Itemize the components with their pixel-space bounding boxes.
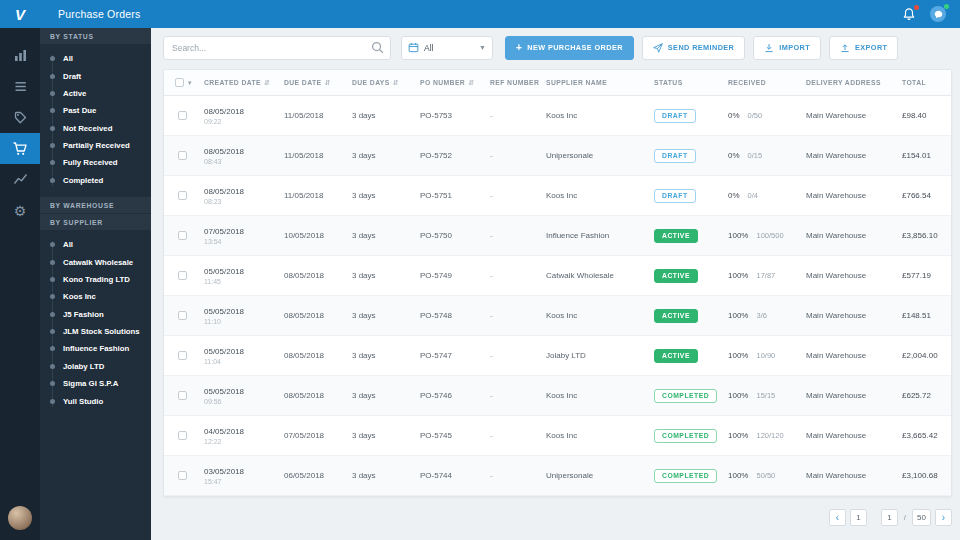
page-1-button[interactable]: 1 [850,509,867,526]
cell-total: £625.72 [902,391,951,400]
cell-supplier-name: Jolaby LTD [546,351,654,360]
row-checkbox[interactable] [178,431,187,440]
cell-total: £98.40 [902,111,951,120]
cell-po-number[interactable]: PO-5747 [420,351,490,360]
send-reminder-button[interactable]: SEND REMINDER [642,36,745,60]
table-row[interactable]: 08/05/2018 08:43 11/05/2018 3 days PO-57… [164,136,951,176]
prev-page-button[interactable]: ‹ [829,509,846,526]
supplier-filter-item[interactable]: Influence Fashion [40,340,151,357]
cell-ref-number: - [490,111,546,120]
cell-po-number[interactable]: PO-5753 [420,111,490,120]
supplier-filter-item[interactable]: Sigma GI S.P.A [40,375,151,392]
supplier-filter-item[interactable]: JLM Stock Solutions [40,323,151,340]
notification-bell-icon[interactable] [902,7,916,21]
table-row[interactable]: 05/05/2018 11:04 08/05/2018 3 days PO-57… [164,336,951,376]
cell-po-number[interactable]: PO-5748 [420,311,490,320]
status-filter-item[interactable]: Fully Received [40,154,151,171]
download-icon [764,43,774,53]
row-checkbox[interactable] [178,191,187,200]
supplier-filter-item[interactable]: Koos Inc [40,288,151,305]
table-row[interactable]: 05/05/2018 09:56 08/05/2018 3 days PO-57… [164,376,951,416]
select-all-checkbox[interactable] [175,78,184,87]
cell-po-number[interactable]: PO-5751 [420,191,490,200]
column-header-due-date[interactable]: DUE DATE⇵ [284,79,352,87]
export-button[interactable]: EXPORT [829,36,898,60]
bar-chart-icon[interactable] [0,40,40,71]
cell-due-days: 3 days [352,351,420,360]
status-filter-item[interactable]: Not Received [40,120,151,137]
row-checkbox[interactable] [178,111,187,120]
status-filter-item[interactable]: Draft [40,67,151,84]
cell-po-number[interactable]: PO-5750 [420,231,490,240]
search-input[interactable] [163,36,391,60]
import-button[interactable]: IMPORT [753,36,821,60]
status-filter-item[interactable]: Past Due [40,102,151,119]
tag-icon[interactable] [0,102,40,133]
cell-po-number[interactable]: PO-5745 [420,431,490,440]
cell-received: 100%100/500 [728,231,806,240]
filter-header-by-warehouse[interactable]: BY WAREHOUSE [40,197,151,213]
sort-icon[interactable]: ⇵ [264,79,270,87]
trend-icon[interactable] [0,164,40,195]
cell-created-date: 08/05/2018 08:23 [204,187,284,205]
import-label: IMPORT [779,43,810,52]
table-row[interactable]: 05/05/2018 11:10 08/05/2018 3 days PO-57… [164,296,951,336]
new-purchase-order-button[interactable]: + NEW PURCHASE ORDER [505,36,634,60]
cell-due-days: 3 days [352,191,420,200]
supplier-filter-item[interactable]: Yull Studio [40,392,151,409]
filter-header-by-status[interactable]: BY STATUS [40,28,151,44]
supplier-filter-item[interactable]: All [40,236,151,253]
supplier-filter-item[interactable]: Catwalk Wholesale [40,253,151,270]
column-header-due-days[interactable]: DUE DAYS⇵ [352,79,420,87]
cell-total: £148.51 [902,311,951,320]
next-page-button[interactable]: › [935,509,952,526]
status-filter-item[interactable]: Active [40,85,151,102]
row-checkbox[interactable] [178,391,187,400]
cell-po-number[interactable]: PO-5752 [420,151,490,160]
table-row[interactable]: 03/05/2018 15:47 06/05/2018 3 days PO-57… [164,456,951,496]
status-badge: COMPLETED [654,429,717,443]
sort-icon[interactable]: ⇵ [393,79,399,87]
user-avatar[interactable] [8,506,32,530]
cart-icon[interactable] [0,133,40,164]
filter-header-by-supplier[interactable]: BY SUPPLIER [40,214,151,230]
cell-ref-number: - [490,151,546,160]
row-checkbox[interactable] [178,471,187,480]
cell-po-number[interactable]: PO-5746 [420,391,490,400]
cell-ref-number: - [490,431,546,440]
supplier-filter-item[interactable]: Kono Trading LTD [40,271,151,288]
cell-delivery-address: Main Warehouse [806,151,902,160]
bulk-select-caret-icon[interactable]: ▼ [187,80,193,86]
table-row[interactable]: 05/05/2018 11:45 08/05/2018 3 days PO-57… [164,256,951,296]
cell-po-number[interactable]: PO-5744 [420,471,490,480]
veeqo-logo[interactable]: V [0,0,40,28]
row-checkbox[interactable] [178,151,187,160]
list-icon[interactable] [0,71,40,102]
cell-due-days: 3 days [352,391,420,400]
help-chat-icon[interactable] [930,6,946,22]
row-checkbox[interactable] [178,351,187,360]
row-checkbox[interactable] [178,271,187,280]
column-header-created-date[interactable]: CREATED DATE⇵ [204,79,284,87]
status-filter-item[interactable]: Completed [40,172,151,189]
status-filter-item[interactable]: All [40,50,151,67]
column-header-po-number[interactable]: PO NUMBER⇵ [420,79,490,87]
sort-icon[interactable]: ⇵ [468,79,474,87]
gear-icon[interactable]: ⚙ [0,195,40,226]
table-row[interactable]: 04/05/2018 12:22 07/05/2018 3 days PO-57… [164,416,951,456]
table-row[interactable]: 08/05/2018 08:23 11/05/2018 3 days PO-57… [164,176,951,216]
cell-supplier-name: Koos Inc [546,191,654,200]
status-filter-item[interactable]: Partially Received [40,137,151,154]
current-page-input[interactable]: 1 [881,509,898,526]
table-row[interactable]: 07/05/2018 13:54 10/05/2018 3 days PO-57… [164,216,951,256]
date-filter-select[interactable]: All ▼ [401,36,493,60]
sort-icon[interactable]: ⇵ [324,79,330,87]
cell-ref-number: - [490,311,546,320]
cell-due-days: 3 days [352,271,420,280]
supplier-filter-item[interactable]: J5 Fashion [40,306,151,323]
row-checkbox[interactable] [178,231,187,240]
table-row[interactable]: 08/05/2018 09:22 11/05/2018 3 days PO-57… [164,96,951,136]
row-checkbox[interactable] [178,311,187,320]
supplier-filter-item[interactable]: Jolaby LTD [40,358,151,375]
cell-po-number[interactable]: PO-5749 [420,271,490,280]
